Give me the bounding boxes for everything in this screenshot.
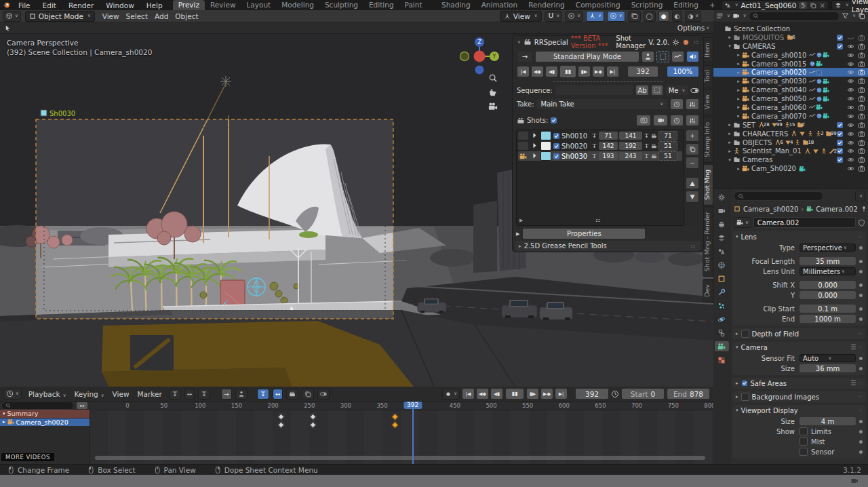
hide-eye-icon[interactable] — [847, 104, 854, 111]
hide-eye-closed-icon[interactable] — [847, 34, 854, 41]
tool-options-dropdown[interactable]: Options∨ — [677, 24, 709, 32]
prop-slider[interactable]: 0.000 — [800, 291, 856, 300]
visibility-checkbox[interactable] — [836, 43, 844, 50]
only-errors-button[interactable] — [198, 389, 210, 400]
viewport-menu-add[interactable]: Add — [151, 12, 172, 20]
tab-layout[interactable]: Layout — [241, 0, 276, 10]
tl-transport-left-1[interactable]: ◀◆ — [476, 388, 489, 400]
hide-eye-icon[interactable] — [847, 139, 854, 147]
pan-hand-icon[interactable] — [488, 87, 498, 97]
prop-dropdown[interactable]: Auto∨ — [800, 354, 856, 363]
tl-transport-left-0[interactable]: |◀ — [462, 388, 475, 400]
rename-ab-button[interactable]: Ab — [635, 85, 649, 96]
checkbox[interactable] — [800, 437, 808, 446]
transport-left-1[interactable]: ◀◆ — [531, 66, 544, 77]
add-workspace-button[interactable]: + — [704, 0, 721, 10]
keyframe[interactable] — [310, 414, 317, 421]
auto-snap-button[interactable] — [257, 389, 269, 400]
zoom-icon[interactable] — [488, 73, 498, 83]
show-hidden-button[interactable]: ↔ — [184, 389, 195, 400]
n-tab-item[interactable]: Item — [703, 37, 713, 63]
outliner-row-camera-sh0030[interactable]: ▸Camera_sh0030 — [713, 77, 868, 85]
transport-left-2[interactable]: ◀▮ — [545, 66, 558, 77]
animate-dot[interactable] — [859, 357, 863, 360]
expand-arrow[interactable]: ▸ — [726, 35, 733, 40]
add-shot-button[interactable]: + — [686, 130, 699, 142]
shot-color-swatch[interactable] — [540, 141, 551, 151]
expand-arrow[interactable]: ▸ — [726, 149, 733, 154]
video-player-icon[interactable] — [850, 477, 859, 485]
properties-tab-printer[interactable] — [715, 219, 729, 229]
camera-view-icon[interactable] — [488, 102, 498, 111]
disable-render-icon[interactable] — [858, 95, 865, 102]
shot-name[interactable]: Sh0030 — [561, 153, 590, 160]
timeline-scrollbar[interactable] — [95, 456, 705, 460]
hide-eye-icon[interactable] — [847, 156, 854, 163]
timeline-menu-playback[interactable]: Playback ∨ — [25, 390, 70, 398]
animate-dot[interactable] — [859, 420, 863, 423]
breadcrumb-data[interactable]: Camera.002 — [816, 206, 858, 213]
hide-eye-icon[interactable] — [847, 77, 854, 85]
channel-expand-arrow[interactable]: ▾ — [3, 411, 5, 416]
viewport-menu-view[interactable]: View — [99, 12, 123, 20]
playhead-line[interactable] — [412, 402, 414, 464]
overlays-toggle-button[interactable]: ∨ — [607, 11, 625, 22]
disable-render-icon[interactable] — [858, 77, 865, 85]
shot-row-sh0010[interactable]: ⏵Sh00107114171 — [518, 131, 682, 140]
outliner-row-camera-sh0070[interactable]: ▸Camera_sh0070 — [713, 112, 868, 121]
unlink-scene-icon[interactable]: ✕ — [819, 1, 825, 9]
expand-arrow[interactable]: ▸ — [726, 140, 733, 145]
viewport-menu-object[interactable]: Object — [172, 12, 201, 20]
frame-target-button[interactable] — [651, 85, 663, 96]
shot-name[interactable]: Sh0010 — [561, 132, 590, 140]
animate-dot[interactable] — [859, 284, 863, 287]
outliner-options-icon[interactable] — [858, 12, 865, 20]
expand-arrow[interactable]: ▸ — [735, 96, 742, 102]
disable-render-icon[interactable] — [858, 113, 865, 120]
disable-render-icon[interactable] — [858, 69, 865, 76]
channel-summary[interactable]: ▾Summary — [0, 410, 90, 418]
timeline-menu-keying[interactable]: Keying ∨ — [71, 390, 107, 398]
shot-play-icon[interactable]: ⏵ — [530, 152, 539, 160]
properties-tab-world[interactable] — [715, 260, 729, 270]
visibility-checkbox[interactable] — [836, 130, 844, 138]
sound-toggle-button[interactable] — [686, 51, 699, 62]
properties-tab-camback[interactable] — [715, 206, 729, 216]
properties-tab-constraint[interactable] — [715, 328, 729, 338]
expand-arrow[interactable]: ▸ — [726, 131, 733, 136]
shot-play-icon[interactable]: ⏵ — [530, 132, 539, 140]
expand-arrow[interactable]: ▸ — [735, 104, 742, 110]
n-tab-shot-mng[interactable]: Shot Mng — [703, 164, 713, 206]
outliner-row-characters[interactable]: ▸CHARACTERS299 — [713, 130, 868, 138]
outliner-row-objects[interactable]: ▸OBJECTS6418 — [713, 138, 868, 147]
expand-arrow[interactable]: ▸ — [735, 113, 742, 119]
disable-render-icon[interactable] — [858, 60, 865, 68]
shot-row-sh0020[interactable]: ⏵Sh002014219251 — [518, 141, 682, 151]
prop-slider[interactable]: 0.1 m — [800, 305, 856, 313]
prop-slider[interactable]: 35 mm — [800, 257, 856, 266]
remove-shot-button[interactable]: − — [686, 157, 699, 169]
shot-end-field[interactable]: 243 — [619, 152, 642, 160]
data-block-type-button[interactable]: ∨ — [734, 217, 751, 228]
animate-dot[interactable] — [859, 294, 863, 297]
outliner-row-cameras[interactable]: ▾CAMERAS — [713, 42, 868, 51]
timeline-current-frame-field[interactable]: 392 — [575, 388, 609, 400]
hide-eye-icon[interactable] — [847, 95, 854, 102]
panel-header-background-images[interactable]: ▸Background Images⁖ — [732, 391, 865, 402]
outliner-row-scene-collection[interactable]: Scene Collection — [713, 24, 868, 33]
panel-header-lens[interactable]: ▾Lens⁖ — [732, 231, 865, 242]
properties-tab-particles[interactable] — [715, 300, 729, 311]
transport-right-2[interactable]: ▶| — [606, 66, 619, 77]
auto-keyframe-button[interactable]: ∨ — [442, 389, 460, 400]
expand-arrow[interactable]: ▸ — [735, 79, 742, 84]
stamp-button[interactable] — [235, 389, 248, 400]
navigation-gizmo[interactable]: Z Y — [458, 35, 500, 76]
menu-edit[interactable]: Edit — [37, 1, 62, 9]
visibility-checkbox[interactable] — [836, 139, 844, 147]
sequence-settings-icon[interactable] — [690, 86, 699, 95]
n-tab-view[interactable]: View — [703, 89, 713, 115]
viewport-menu-select[interactable]: Select — [123, 12, 151, 20]
properties-filter-button[interactable]: ∨ — [855, 191, 865, 201]
pause-button[interactable]: ▮▮ — [559, 65, 576, 78]
blender-logo-icon[interactable] — [0, 1, 12, 9]
